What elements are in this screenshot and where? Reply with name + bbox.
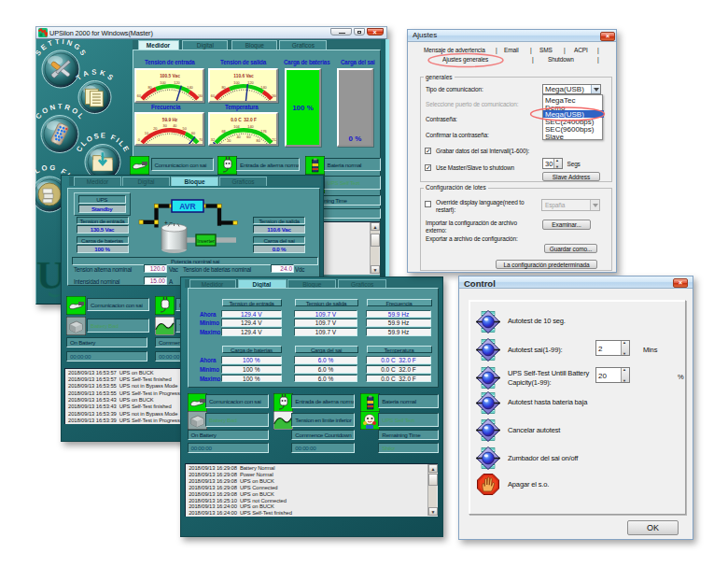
svg-text:Inverter: Inverter — [197, 238, 215, 244]
svg-text:60: 60 — [246, 135, 250, 139]
svg-text:68: 68 — [221, 129, 225, 133]
svg-text:AVR: AVR — [179, 202, 195, 211]
svg-text:104: 104 — [233, 124, 239, 128]
svg-text:100: 100 — [233, 81, 239, 85]
svg-text:20: 20 — [153, 126, 157, 130]
svg-text:60: 60 — [210, 94, 214, 98]
svg-text:110.6 Vac: 110.6 Vac — [233, 74, 254, 78]
svg-text:80: 80 — [256, 139, 259, 143]
svg-text:100.5 Vac: 100.5 Vac — [160, 74, 180, 78]
svg-text:0.0 C 32.0 F: 0.0 C 32.0 F — [231, 117, 257, 121]
svg-text:80: 80 — [221, 86, 225, 90]
svg-text:100: 100 — [160, 81, 165, 85]
svg-text:80: 80 — [147, 86, 151, 90]
svg-text:140: 140 — [187, 86, 192, 90]
svg-text:140: 140 — [260, 86, 266, 90]
svg-text:30: 30 — [162, 124, 166, 128]
svg-text:60: 60 — [136, 94, 140, 98]
svg-text:140: 140 — [247, 124, 253, 128]
svg-text:160: 160 — [197, 94, 203, 98]
svg-text:70: 70 — [198, 138, 202, 142]
svg-text:40: 40 — [173, 124, 176, 128]
svg-text:50: 50 — [182, 126, 186, 130]
svg-text:120: 120 — [174, 81, 179, 85]
svg-text:160: 160 — [271, 94, 276, 98]
svg-text:176: 176 — [260, 129, 266, 133]
svg-text:32: 32 — [210, 138, 214, 142]
svg-text:120: 120 — [247, 81, 253, 85]
svg-text:0: 0 — [137, 138, 139, 142]
svg-text:10: 10 — [144, 131, 147, 135]
svg-text:60: 60 — [190, 131, 194, 135]
svg-text:20: 20 — [227, 139, 231, 143]
svg-text:40: 40 — [236, 135, 240, 139]
svg-text:212: 212 — [271, 138, 276, 142]
svg-text:59.9 Hz: 59.9 Hz — [161, 117, 177, 121]
